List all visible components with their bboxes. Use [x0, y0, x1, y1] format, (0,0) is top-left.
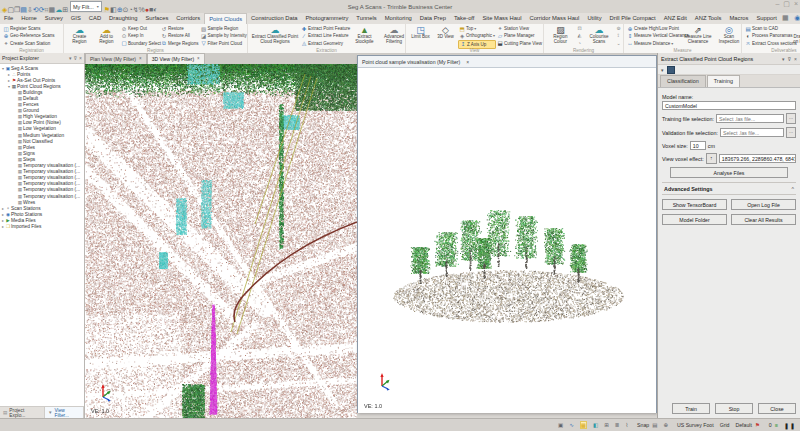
chevron-down-icon[interactable]: ▾: [782, 56, 785, 62]
geo-reference-scans-button[interactable]: ⊕Geo-Reference Scans: [2, 32, 56, 39]
close-icon[interactable]: ×: [79, 55, 82, 61]
ribbon-tab[interactable]: Take-off: [450, 13, 479, 24]
close-icon[interactable]: ×: [794, 56, 797, 62]
sample-view-viewport[interactable]: VE: 1.0: [358, 68, 656, 413]
advanced-settings-header[interactable]: Advanced Settings ^: [662, 182, 796, 195]
top-view-button[interactable]: ⬒Top▾: [458, 25, 496, 32]
rendering-mini-icon[interactable]: ⟟: [614, 32, 623, 39]
merge-regions-button[interactable]: ⧉Merge Regions: [160, 40, 200, 47]
drape-objects-button[interactable]: ◓Drape Objects on Point Cloud: [790, 25, 800, 45]
view-tab[interactable]: Plan View (My Filter) ×: [85, 53, 147, 64]
ribbon-tab[interactable]: Corridor Mass Haul: [525, 13, 583, 24]
browse-validation-button[interactable]: …: [786, 127, 796, 138]
create-scan-station-button[interactable]: ⌖Create Scan Station: [2, 40, 56, 47]
shade-icon[interactable]: ◧: [593, 422, 598, 428]
train-button[interactable]: Train: [672, 403, 710, 414]
ribbon-tab[interactable]: Tunnels: [352, 13, 380, 24]
chevron-down-icon[interactable]: ▾: [661, 67, 664, 73]
layers-icon[interactable]: ▣: [558, 422, 563, 428]
view-filter-dropdown[interactable]: My Filt... ▾: [70, 1, 102, 12]
panel-tab[interactable]: ▼ View Filter...: [45, 407, 84, 418]
ribbon-tab[interactable]: Photogrammetry: [301, 13, 352, 24]
ribbon-tab[interactable]: Home: [17, 13, 40, 24]
region-colour-button[interactable]: ▨Region Colour: [546, 25, 575, 45]
extract-line-feature-button[interactable]: ∕Extract Line Feature: [300, 32, 350, 39]
restore-all-button[interactable]: ↻Restore All: [160, 32, 200, 39]
main-3d-view-canvas[interactable]: [85, 64, 357, 418]
limit-box-button[interactable]: ◳Limit Box: [408, 25, 433, 40]
stop-button[interactable]: Stop: [715, 403, 753, 414]
ribbon-tab[interactable]: Draughting: [105, 13, 141, 24]
sample-window-title-bar[interactable]: Point cloud sample visualisation (My Fil…: [358, 56, 656, 68]
panel-icon[interactable]: ▤: [652, 422, 657, 428]
create-region-button[interactable]: ☁Create Region: [66, 25, 93, 45]
zoom-grid-icon[interactable]: ⊞: [604, 422, 609, 428]
keep-out-button[interactable]: ⊘Keep Out: [120, 25, 160, 32]
rendering-mini-icon[interactable]: ◭: [575, 32, 584, 39]
extract-classified-button[interactable]: ☁Extract Classified Point Cloud Regions: [250, 25, 300, 45]
pin-icon[interactable]: ⊽: [73, 55, 77, 61]
close-icon[interactable]: ×: [139, 54, 142, 64]
tree-item[interactable]: ▸ ❒ Imported Files: [0, 223, 84, 229]
rendering-mini-icon[interactable]: ◔: [575, 40, 584, 47]
advanced-filtering-button[interactable]: ☁Advanced Filtering: [379, 25, 409, 45]
help-icon[interactable]: ▦: [781, 13, 790, 24]
ribbon-tab[interactable]: Corridors: [172, 13, 204, 24]
rendering-mini-icon[interactable]: ⊚: [614, 25, 623, 32]
cutting-plane-view-button[interactable]: ⬓Cutting Plane View: [496, 40, 542, 47]
plane-manager-button[interactable]: ▱Plane Manager: [496, 32, 542, 39]
close-button[interactable]: ×: [794, 0, 798, 8]
profile-icon[interactable]: ∿: [569, 422, 574, 428]
ribbon-tab[interactable]: Support: [753, 13, 781, 24]
ribbon-tab[interactable]: Data Prep: [416, 13, 450, 24]
ribbon-tab[interactable]: Construction Data: [247, 13, 301, 24]
validation-file-field[interactable]: Select .las file...: [720, 128, 784, 137]
save-icon[interactable]: ▤: [20, 6, 27, 13]
ribbon-tab[interactable]: GIS: [67, 13, 85, 24]
stop-render-icon[interactable]: [667, 66, 675, 74]
chevron-down-icon[interactable]: ▾: [69, 55, 72, 61]
panel-tab[interactable]: Training: [707, 75, 740, 87]
filter-point-cloud-button[interactable]: ▽Filter Point Cloud: [200, 40, 248, 47]
extract-geometry-button[interactable]: ◬Extract Geometry: [300, 40, 350, 47]
view-voxel-field[interactable]: 183679.266, 2289860.478, 6843.311: [719, 154, 796, 163]
pause-icon[interactable]: ❚❚: [784, 422, 796, 429]
create-high-low-point-button[interactable]: ⊕Create High/Low Point: [626, 25, 682, 32]
training-file-field[interactable]: Select .las file...: [716, 114, 784, 123]
extract-cross-sections-button[interactable]: ≍Extract Cross sections: [744, 40, 790, 47]
process-panoramas-button[interactable]: ◐Process Panoramas: [744, 32, 790, 39]
account-icon[interactable]: ◉: [793, 13, 800, 24]
ribbon-tab[interactable]: Utility: [583, 13, 605, 24]
flag-icon[interactable]: ⚑: [755, 422, 760, 428]
scan-to-cad-button[interactable]: ▤Scan to CAD: [744, 25, 790, 32]
open-log-file-button[interactable]: Open Log File: [731, 199, 796, 210]
voxel-size-field[interactable]: 10: [690, 141, 706, 150]
list-icon[interactable]: ≣: [615, 422, 620, 428]
ribbon-tab[interactable]: Surfaces: [141, 13, 172, 24]
contrast-icon[interactable]: ◐: [153, 6, 157, 13]
ribbon-tab[interactable]: CAD: [85, 13, 105, 24]
3d-view-button[interactable]: ◇3D View: [433, 25, 458, 40]
3d-view-viewport[interactable]: VE: 1.0: [85, 64, 357, 418]
measure-vertical-clearance-button[interactable]: ⇕Measure Vertical Clearance: [626, 32, 682, 39]
model-name-field[interactable]: CustomModel: [662, 101, 796, 110]
extract-stockpile-button[interactable]: ▲Extract Stockpile: [350, 25, 379, 45]
zoom-icon[interactable]: ⊞: [62, 6, 68, 13]
restore-button[interactable]: ↺Restore: [160, 25, 200, 32]
colourise-scans-button[interactable]: ☁Colourise Scans: [584, 25, 614, 45]
ribbon-tab[interactable]: Monitoring: [381, 13, 416, 24]
orthographic-button[interactable]: ◈Orthographic▾: [458, 32, 496, 39]
boundary-select-button[interactable]: ▢Boundary Select: [120, 40, 160, 47]
rendering-mini-icon[interactable]: ⌄: [614, 40, 623, 47]
station-view-button[interactable]: ⌖Station View: [496, 25, 542, 32]
crosshair-icon[interactable]: ⊕: [663, 422, 668, 428]
register-scans-button[interactable]: ◫Register Scans: [2, 25, 56, 32]
scan-inspection-button[interactable]: ◎Scan Inspection: [714, 25, 744, 45]
measure-distance-button[interactable]: ↔Measure Distance▾: [626, 40, 682, 47]
ribbon-tab[interactable]: Drill Pile Compact: [606, 13, 660, 24]
ribbon-tab[interactable]: Site Mass Haul: [478, 13, 525, 24]
show-tensorboard-button[interactable]: Show TensorBoard: [662, 199, 727, 210]
add-to-region-button[interactable]: ☁Add to Region: [93, 25, 120, 45]
close-icon[interactable]: ×: [197, 54, 200, 64]
model-folder-button[interactable]: Model Folder: [662, 214, 727, 225]
